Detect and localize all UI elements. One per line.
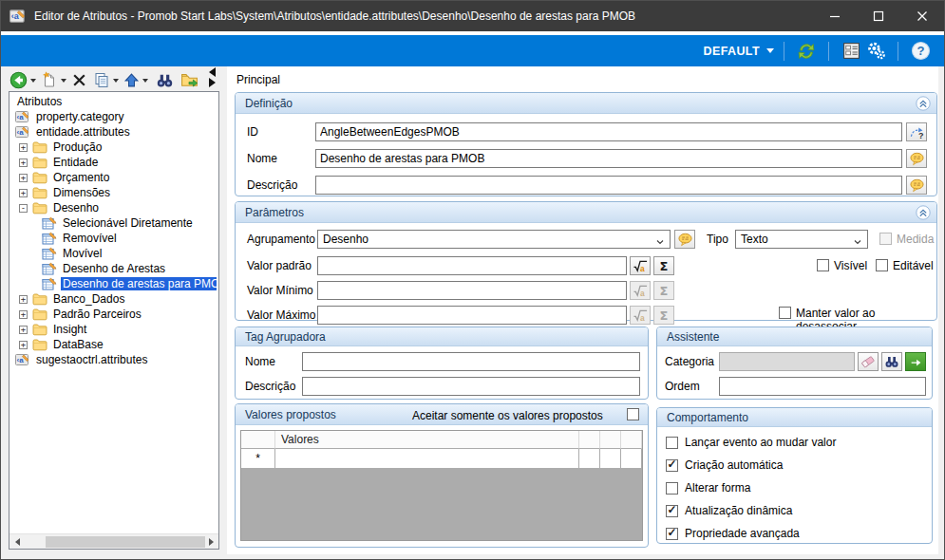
tag-descricao-input[interactable] [302,377,640,396]
tree-item-movivel[interactable]: Movível [11,246,217,261]
delete-button[interactable] [70,69,88,90]
valor-padrao-formula-button[interactable]: a [630,256,651,275]
expand-icon[interactable]: + [19,159,28,167]
properties-view-button[interactable] [839,39,863,64]
alterar-forma-checkbox[interactable] [666,482,678,495]
grid-new-row[interactable]: * [241,449,642,469]
back-dropdown-arrow[interactable] [30,79,36,83]
tree-item-insight[interactable]: + Insight [11,322,217,337]
expand-icon[interactable]: + [19,143,28,152]
aceitar-somente-checkbox[interactable] [627,408,639,420]
translate-descricao-button[interactable] [906,176,927,195]
collapse-section-icon[interactable] [916,205,931,220]
tree-item-producao[interactable]: + Produção [11,140,217,155]
tree-item-selecionavel-diretamente[interactable]: Selecionável Diretamente [11,215,217,231]
grid-cell-extra[interactable] [621,449,642,469]
tag-nome-input[interactable] [302,352,640,371]
minimize-button[interactable] [813,1,857,31]
window-title: Editor de Atributos - Promob Start Labs\… [34,9,813,23]
settings-button[interactable] [863,39,888,64]
maximize-button[interactable] [857,1,900,31]
scrollbar-track[interactable] [25,534,203,550]
tree-item-property-category[interactable]: ‹a property.category [11,109,217,124]
grid-cell-extra[interactable] [579,449,600,469]
clear-categoria-button[interactable] [858,352,879,371]
scroll-right-icon[interactable] [203,534,218,550]
valores-grid[interactable]: Valores * [240,430,643,541]
back-button[interactable] [9,69,28,90]
find-categoria-button[interactable] [881,352,902,371]
option-criacao-automatica[interactable]: Criação automática [666,458,783,472]
option-alterar-forma[interactable]: Alterar forma [666,481,750,495]
tree-item-entidade-attributes[interactable]: ‹a entidade.attributes [11,124,217,140]
tree-item-dimensoes[interactable]: + Dimensões [11,185,217,200]
criacao-automatica-checkbox[interactable] [666,459,678,472]
help-button[interactable]: ? [908,39,933,64]
tree-item-removivel[interactable]: Removível [11,231,217,246]
section-header-parametros[interactable]: Parâmetros [236,202,936,223]
export-button[interactable] [180,69,199,90]
propriedade-avancada-checkbox[interactable] [666,528,678,540]
copy-dropdown-arrow[interactable] [113,79,119,83]
grid-cell-valor[interactable] [275,449,579,469]
ordem-input[interactable] [719,377,926,396]
valor-padrao-sum-button[interactable]: Σ [653,256,674,275]
medida-checkbox[interactable] [879,233,892,245]
move-up-dropdown-arrow[interactable] [142,79,148,83]
tree-item-orcamento[interactable]: + Orçamento [11,170,217,185]
refresh-button[interactable] [794,39,819,64]
tree-item-sugestaoctrl-attributes[interactable]: ‹a sugestaoctrl.attributes [11,352,217,367]
lancar-evento-checkbox[interactable] [666,437,678,449]
new-item-dropdown-arrow[interactable] [61,79,66,83]
option-propriedade-avancada[interactable]: Propriedade avançada [666,527,800,540]
tree-item-desenho-de-arestas[interactable]: Desenho de Arestas [11,261,217,276]
tree-item-entidade[interactable]: + Entidade [11,155,217,170]
descricao-input[interactable] [315,176,902,195]
section-header-definicao[interactable]: Definição [236,93,936,114]
grid-cell-extra[interactable] [600,449,621,469]
svg-text:?: ? [917,44,924,58]
nome-input[interactable] [315,149,902,168]
close-button[interactable] [900,1,944,31]
new-item-button[interactable] [40,69,59,90]
agrupamento-combobox[interactable]: Desenho [317,230,671,249]
tab-principal[interactable]: Principal [236,73,280,86]
grid-column-valores[interactable]: Valores [275,431,579,449]
tree-item-padrao-parceiros[interactable]: + Padrão Parceiros [11,307,217,322]
collapse-icon[interactable]: - [19,204,28,213]
tipo-combobox[interactable]: Texto [735,230,868,249]
collapse-section-icon[interactable] [916,96,931,111]
tree-item-desenho-de-arestas-para-pmob-selected[interactable]: Desenho de arestas para PMOB [11,276,217,291]
valor-padrao-input[interactable] [317,256,627,275]
tree-item-desenho[interactable]: - Desenho [11,200,217,215]
expand-icon[interactable]: + [19,326,28,334]
find-button[interactable] [155,69,175,90]
tree-item-database[interactable]: + DataBase [11,337,217,352]
generate-id-button[interactable]: ? [906,122,927,141]
expand-icon[interactable]: + [19,341,28,349]
visivel-checkbox[interactable] [817,259,829,271]
editavel-checkbox[interactable] [876,259,888,271]
expand-icon[interactable]: + [19,310,28,319]
panel-splitter[interactable] [209,67,220,86]
tree-item-banco-dados[interactable]: + Banco_Dados [11,291,217,307]
expand-icon[interactable]: + [19,174,28,182]
profile-dropdown[interactable]: DEFAULT [703,45,774,58]
copy-button[interactable] [92,69,111,90]
tree-horizontal-scrollbar[interactable] [9,533,218,549]
translate-agrupamento-button[interactable] [674,230,695,249]
expand-icon[interactable]: + [19,295,28,304]
valor-minimo-input[interactable] [317,281,627,300]
expand-icon[interactable]: + [19,189,28,197]
go-categoria-button[interactable] [905,352,926,371]
manter-valor-checkbox[interactable] [779,307,791,319]
atualizacao-dinamica-checkbox[interactable] [666,505,678,517]
move-up-button[interactable] [123,69,141,90]
id-input[interactable] [315,122,902,141]
scroll-left-icon[interactable] [9,534,25,550]
valor-maximo-input[interactable] [317,306,627,325]
scrollbar-thumb[interactable] [46,536,205,548]
translate-nome-button[interactable] [906,149,927,168]
option-atualizacao-dinamica[interactable]: Atualização dinâmica [666,504,792,517]
option-lancar-evento[interactable]: Lançar evento ao mudar valor [666,436,836,449]
